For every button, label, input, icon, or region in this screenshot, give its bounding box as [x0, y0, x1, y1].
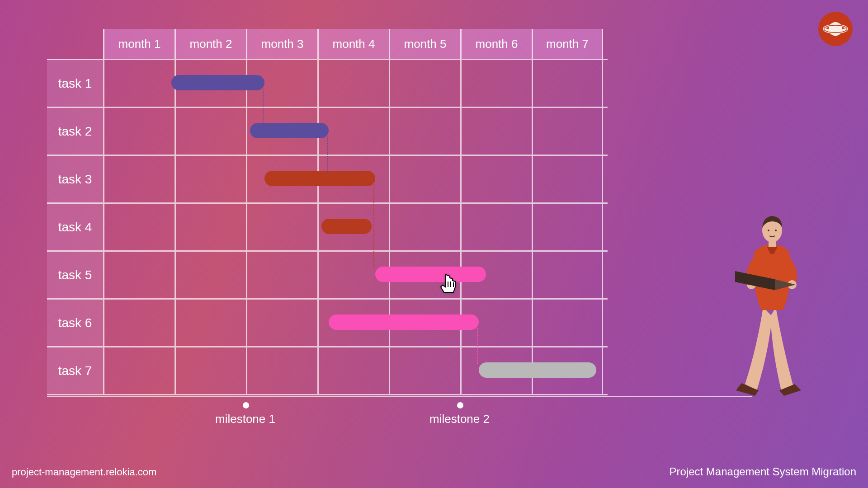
grid-cell — [389, 347, 460, 394]
grid-cell — [175, 252, 246, 298]
gantt-bar[interactable] — [264, 171, 375, 186]
grid-cell — [532, 60, 603, 107]
grid-cell — [246, 347, 317, 394]
grid-cell — [532, 300, 603, 346]
task-row: task 6 — [47, 298, 608, 346]
grid-bottom-border — [47, 394, 608, 395]
grid-cell — [389, 108, 460, 155]
row-label: task 7 — [47, 346, 103, 394]
grid-cell — [103, 60, 175, 107]
grid-cell — [103, 156, 175, 202]
gantt-bar[interactable] — [375, 267, 486, 282]
task-row: task 5 — [47, 250, 608, 298]
gantt-bar[interactable] — [479, 362, 597, 378]
grid-cell — [317, 347, 389, 394]
gantt-bar[interactable] — [250, 123, 329, 138]
milestone-label: milestone 1 — [215, 412, 275, 426]
dependency-line — [373, 184, 374, 268]
column-header-row: month 1month 2month 3month 4month 5month… — [103, 29, 608, 59]
milestone-dot — [243, 402, 249, 408]
grid-cell — [460, 156, 532, 202]
gantt-bar[interactable] — [329, 314, 479, 330]
grid-cell — [460, 204, 532, 250]
grid-cell — [103, 347, 175, 394]
task-row: task 1 — [47, 59, 608, 107]
column-header: month 6 — [460, 29, 532, 59]
grid-cell — [103, 300, 175, 346]
grid-cell — [103, 204, 175, 250]
grid-cell — [175, 108, 246, 155]
svg-point-0 — [829, 22, 842, 36]
gantt-chart: month 1month 2month 3month 4month 5month… — [47, 29, 608, 395]
grid-cell — [175, 300, 246, 346]
column-header: month 7 — [532, 29, 603, 59]
grid-cell — [246, 300, 317, 346]
grid-cell — [175, 347, 246, 394]
grid-cell — [389, 60, 460, 107]
grid-cell — [175, 204, 246, 250]
brand-logo — [818, 12, 853, 46]
grid-cell — [317, 60, 389, 107]
person-with-laptop-illustration — [725, 203, 825, 399]
grid-row — [103, 107, 608, 155]
column-header: month 5 — [389, 29, 460, 59]
baseline-rule — [47, 396, 752, 397]
grid-cell — [532, 108, 603, 155]
grid-cell — [246, 252, 317, 298]
svg-point-10 — [768, 230, 769, 231]
row-label: task 2 — [47, 107, 103, 155]
grid-cell — [389, 156, 460, 202]
column-header: month 4 — [317, 29, 389, 59]
grid-cell — [389, 204, 460, 250]
grid-cell — [532, 204, 603, 250]
milestone-dot — [457, 402, 463, 408]
planet-icon — [822, 16, 849, 42]
grid-cell — [103, 108, 175, 155]
column-header: month 1 — [103, 29, 175, 59]
row-label: task 6 — [47, 298, 103, 346]
gantt-bar[interactable] — [321, 219, 372, 234]
dependency-line — [263, 89, 264, 125]
pointer-cursor-icon — [436, 272, 462, 301]
grid-cell — [460, 60, 532, 107]
column-header: month 3 — [246, 29, 317, 59]
dependency-line — [477, 328, 478, 364]
gantt-bar[interactable] — [171, 75, 264, 90]
grid-cell — [103, 252, 175, 298]
grid-cell — [460, 108, 532, 155]
row-label: task 4 — [47, 202, 103, 250]
row-label: task 1 — [47, 59, 103, 107]
svg-point-11 — [775, 230, 777, 231]
grid-cell — [246, 204, 317, 250]
grid-cell — [532, 156, 603, 202]
milestone-label: milestone 2 — [429, 412, 490, 426]
footer-title: Project Management System Migration — [669, 465, 856, 478]
grid-cell — [532, 252, 603, 298]
row-label: task 3 — [47, 155, 103, 202]
column-header: month 2 — [175, 29, 246, 59]
grid-cell — [175, 156, 246, 202]
row-label: task 5 — [47, 250, 103, 298]
grid-row — [103, 250, 608, 298]
footer-url: project-management.relokia.com — [12, 466, 156, 478]
dependency-line — [327, 136, 328, 173]
